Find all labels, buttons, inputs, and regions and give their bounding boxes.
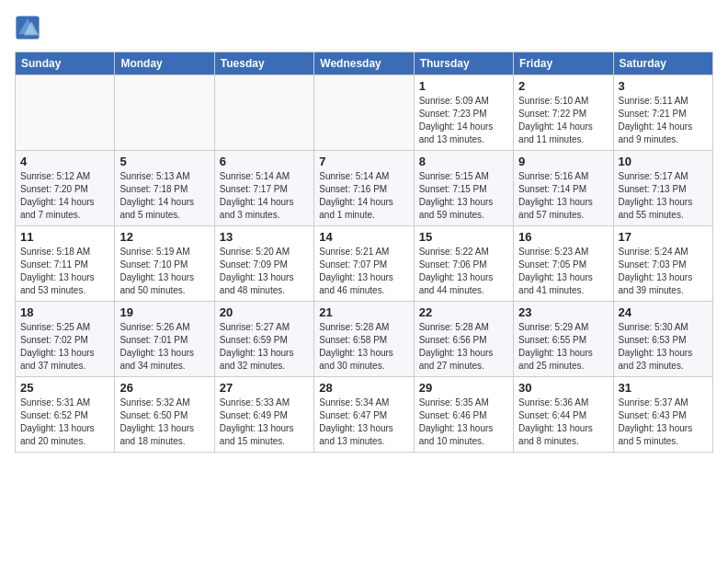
calendar-week-5: 25Sunrise: 5:31 AMSunset: 6:52 PMDayligh… [16, 377, 713, 453]
day-info: Sunrise: 5:09 AMSunset: 7:23 PMDaylight:… [419, 95, 508, 146]
day-info: Sunrise: 5:12 AMSunset: 7:20 PMDaylight:… [20, 170, 109, 222]
calendar-week-2: 4Sunrise: 5:12 AMSunset: 7:20 PMDaylight… [16, 151, 713, 226]
day-info: Sunrise: 5:17 AMSunset: 7:13 PMDaylight:… [619, 170, 708, 222]
day-number: 21 [319, 305, 408, 319]
calendar-cell: 18Sunrise: 5:25 AMSunset: 7:02 PMDayligh… [16, 302, 115, 377]
calendar-cell [314, 75, 414, 151]
calendar-cell [16, 75, 115, 151]
day-info: Sunrise: 5:11 AMSunset: 7:21 PMDaylight:… [619, 95, 708, 146]
day-info: Sunrise: 5:28 AMSunset: 6:56 PMDaylight:… [419, 321, 508, 373]
calendar-cell: 25Sunrise: 5:31 AMSunset: 6:52 PMDayligh… [16, 377, 115, 453]
day-info: Sunrise: 5:10 AMSunset: 7:22 PMDaylight:… [518, 95, 608, 146]
day-info: Sunrise: 5:13 AMSunset: 7:18 PMDaylight:… [119, 170, 209, 222]
calendar-week-1: 1Sunrise: 5:09 AMSunset: 7:23 PMDaylight… [16, 75, 713, 151]
day-info: Sunrise: 5:20 AMSunset: 7:09 PMDaylight:… [220, 246, 309, 297]
weekday-header-sunday: Sunday [16, 52, 115, 75]
calendar-cell: 19Sunrise: 5:26 AMSunset: 7:01 PMDayligh… [115, 302, 214, 377]
calendar-cell: 23Sunrise: 5:29 AMSunset: 6:55 PMDayligh… [514, 302, 613, 377]
calendar-table: SundayMondayTuesdayWednesdayThursdayFrid… [15, 52, 713, 453]
calendar-week-4: 18Sunrise: 5:25 AMSunset: 7:02 PMDayligh… [16, 302, 713, 377]
day-number: 23 [518, 305, 608, 319]
day-number: 22 [419, 305, 508, 319]
day-number: 28 [319, 381, 408, 395]
calendar-cell: 28Sunrise: 5:34 AMSunset: 6:47 PMDayligh… [314, 377, 414, 453]
day-info: Sunrise: 5:25 AMSunset: 7:02 PMDaylight:… [20, 321, 109, 373]
weekday-header-friday: Friday [514, 52, 613, 75]
calendar-cell: 26Sunrise: 5:32 AMSunset: 6:50 PMDayligh… [115, 377, 214, 453]
day-info: Sunrise: 5:21 AMSunset: 7:07 PMDaylight:… [319, 246, 408, 297]
calendar-cell: 5Sunrise: 5:13 AMSunset: 7:18 PMDaylight… [115, 151, 214, 226]
day-number: 31 [619, 381, 708, 395]
calendar-cell [214, 75, 313, 151]
calendar-cell: 2Sunrise: 5:10 AMSunset: 7:22 PMDaylight… [514, 75, 613, 151]
day-number: 17 [619, 230, 708, 244]
day-number: 25 [20, 381, 109, 395]
calendar-cell: 22Sunrise: 5:28 AMSunset: 6:56 PMDayligh… [414, 302, 513, 377]
day-info: Sunrise: 5:14 AMSunset: 7:16 PMDaylight:… [319, 170, 408, 222]
day-info: Sunrise: 5:14 AMSunset: 7:17 PMDaylight:… [220, 170, 309, 222]
day-number: 9 [518, 155, 608, 168]
day-number: 5 [119, 155, 209, 168]
calendar-header: SundayMondayTuesdayWednesdayThursdayFrid… [16, 52, 713, 75]
day-number: 15 [419, 230, 508, 244]
calendar-cell: 13Sunrise: 5:20 AMSunset: 7:09 PMDayligh… [214, 226, 313, 302]
day-number: 11 [20, 230, 109, 244]
calendar-cell: 8Sunrise: 5:15 AMSunset: 7:15 PMDaylight… [414, 151, 513, 226]
calendar-cell: 20Sunrise: 5:27 AMSunset: 6:59 PMDayligh… [214, 302, 313, 377]
day-number: 4 [20, 155, 109, 168]
day-info: Sunrise: 5:27 AMSunset: 6:59 PMDaylight:… [220, 321, 309, 373]
day-number: 1 [419, 79, 508, 93]
day-info: Sunrise: 5:37 AMSunset: 6:43 PMDaylight:… [619, 396, 708, 448]
day-info: Sunrise: 5:31 AMSunset: 6:52 PMDaylight:… [20, 396, 109, 448]
calendar-cell: 24Sunrise: 5:30 AMSunset: 6:53 PMDayligh… [613, 302, 712, 377]
day-info: Sunrise: 5:26 AMSunset: 7:01 PMDaylight:… [119, 321, 209, 373]
calendar-cell: 7Sunrise: 5:14 AMSunset: 7:16 PMDaylight… [314, 151, 414, 226]
calendar-cell: 4Sunrise: 5:12 AMSunset: 7:20 PMDaylight… [16, 151, 115, 226]
day-number: 26 [119, 381, 209, 395]
day-info: Sunrise: 5:16 AMSunset: 7:14 PMDaylight:… [518, 170, 608, 222]
day-info: Sunrise: 5:29 AMSunset: 6:55 PMDaylight:… [518, 321, 608, 373]
calendar-cell: 31Sunrise: 5:37 AMSunset: 6:43 PMDayligh… [613, 377, 712, 453]
day-number: 27 [220, 381, 309, 395]
weekday-header-thursday: Thursday [414, 52, 513, 75]
weekday-header-monday: Monday [115, 52, 214, 75]
day-number: 29 [419, 381, 508, 395]
calendar-cell: 9Sunrise: 5:16 AMSunset: 7:14 PMDaylight… [514, 151, 613, 226]
weekday-header-wednesday: Wednesday [314, 52, 414, 75]
day-number: 20 [220, 305, 309, 319]
day-number: 30 [518, 381, 608, 395]
day-info: Sunrise: 5:34 AMSunset: 6:47 PMDaylight:… [319, 396, 408, 448]
calendar-cell: 30Sunrise: 5:36 AMSunset: 6:44 PMDayligh… [514, 377, 613, 453]
calendar-cell: 1Sunrise: 5:09 AMSunset: 7:23 PMDaylight… [414, 75, 513, 151]
calendar-cell: 6Sunrise: 5:14 AMSunset: 7:17 PMDaylight… [214, 151, 313, 226]
calendar-cell: 12Sunrise: 5:19 AMSunset: 7:10 PMDayligh… [115, 226, 214, 302]
day-info: Sunrise: 5:15 AMSunset: 7:15 PMDaylight:… [419, 170, 508, 222]
calendar-cell: 29Sunrise: 5:35 AMSunset: 6:46 PMDayligh… [414, 377, 513, 453]
day-info: Sunrise: 5:28 AMSunset: 6:58 PMDaylight:… [319, 321, 408, 373]
day-number: 24 [619, 305, 708, 319]
day-number: 14 [319, 230, 408, 244]
logo-icon [15, 15, 40, 40]
day-info: Sunrise: 5:19 AMSunset: 7:10 PMDaylight:… [119, 246, 209, 297]
day-info: Sunrise: 5:36 AMSunset: 6:44 PMDaylight:… [518, 396, 608, 448]
day-info: Sunrise: 5:30 AMSunset: 6:53 PMDaylight:… [619, 321, 708, 373]
logo [15, 15, 44, 40]
day-info: Sunrise: 5:23 AMSunset: 7:05 PMDaylight:… [518, 246, 608, 297]
weekday-header-tuesday: Tuesday [214, 52, 313, 75]
day-info: Sunrise: 5:32 AMSunset: 6:50 PMDaylight:… [119, 396, 209, 448]
calendar-cell: 16Sunrise: 5:23 AMSunset: 7:05 PMDayligh… [514, 226, 613, 302]
day-info: Sunrise: 5:18 AMSunset: 7:11 PMDaylight:… [20, 246, 109, 297]
calendar-cell: 14Sunrise: 5:21 AMSunset: 7:07 PMDayligh… [314, 226, 414, 302]
calendar-cell: 27Sunrise: 5:33 AMSunset: 6:49 PMDayligh… [214, 377, 313, 453]
day-number: 7 [319, 155, 408, 168]
day-number: 10 [619, 155, 708, 168]
day-info: Sunrise: 5:24 AMSunset: 7:03 PMDaylight:… [619, 246, 708, 297]
day-number: 2 [518, 79, 608, 93]
calendar-body: 1Sunrise: 5:09 AMSunset: 7:23 PMDaylight… [16, 75, 713, 453]
day-info: Sunrise: 5:33 AMSunset: 6:49 PMDaylight:… [220, 396, 309, 448]
calendar-cell: 3Sunrise: 5:11 AMSunset: 7:21 PMDaylight… [613, 75, 712, 151]
page-header [15, 15, 713, 40]
day-number: 8 [419, 155, 508, 168]
weekday-header-row: SundayMondayTuesdayWednesdayThursdayFrid… [16, 52, 713, 75]
day-info: Sunrise: 5:35 AMSunset: 6:46 PMDaylight:… [419, 396, 508, 448]
